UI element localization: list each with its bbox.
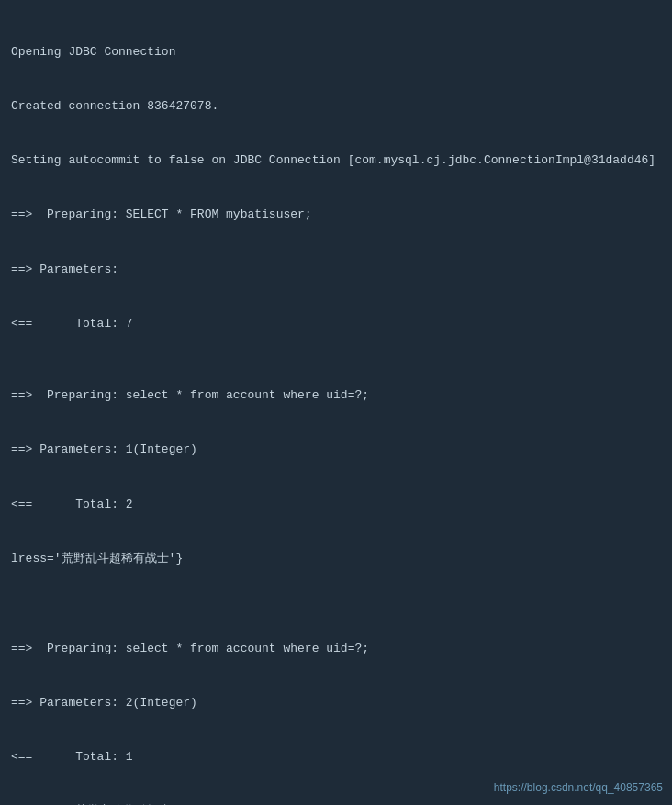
console-line: ==> Parameters: 2(Integer) [11, 694, 661, 712]
console-line: ==> Parameters: 1(Integer) [11, 441, 661, 459]
console-line: <== Total: 7 [11, 315, 661, 333]
console-line: <== Total: 1 [11, 748, 661, 766]
console-line: ==> Parameters: [11, 261, 661, 279]
console-line: lress='荒野乱斗超稀有战士'} [11, 550, 661, 568]
watermark: https://blog.csdn.net/qq_40857365 [494, 779, 663, 796]
console-line: Opening JDBC Connection [11, 43, 661, 61]
console-line: ==> Preparing: SELECT * FROM mybatisuser… [11, 206, 661, 224]
console-line: Setting autocommit to false on JDBC Conn… [11, 151, 661, 170]
console-output: Opening JDBC Connection Created connecti… [11, 7, 661, 805]
console-line: <== Total: 2 [11, 496, 661, 514]
console-line: Created connection 836427078. [11, 97, 661, 116]
console-line: ==> Preparing: select * from account whe… [11, 386, 661, 405]
console-line: ==> Preparing: select * from account whe… [11, 640, 661, 658]
